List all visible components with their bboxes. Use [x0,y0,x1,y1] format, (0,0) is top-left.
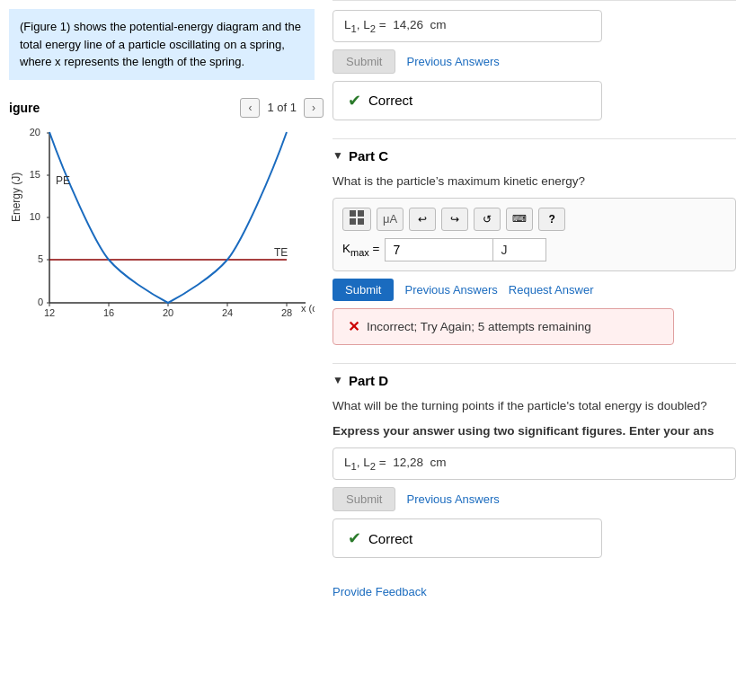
part-c-header[interactable]: ▼ Part C [333,148,736,164]
part-c-incorrect-box: ✕ Incorrect; Try Again; 5 attempts remai… [333,308,674,345]
provide-feedback-link[interactable]: Provide Feedback [333,585,427,598]
part-d-check-icon: ✔ [348,528,361,548]
part-c-title: Part C [349,148,388,164]
part-d-instruction: Express your answer using two significan… [333,422,736,440]
part-d-header[interactable]: ▼ Part D [333,373,736,388]
svg-rect-29 [350,218,356,225]
svg-text:28: 28 [281,307,292,318]
figure-header: igure ‹ 1 of 1 › [9,98,324,118]
part-c-question: What is the particle’s maximum kinetic e… [333,173,736,191]
svg-text:Energy (J): Energy (J) [10,172,22,221]
part-d-section: ▼ Part D What will be the turning points… [333,363,736,558]
svg-text:TE: TE [274,246,288,259]
chart-container: 0 5 10 15 20 Energy (J) 12 16 20 [9,123,315,339]
part-d-title: Part D [349,373,388,388]
svg-text:16: 16 [103,307,114,318]
description-text: (Figure 1) shows the potential-energy di… [20,20,301,68]
part-c-math-input[interactable] [385,238,492,261]
part-b-submit-row: Submit Previous Answers [333,49,736,74]
svg-rect-28 [358,210,364,217]
part-c-toolbar: μA ↩ ↪ ↺ ⌨ ? [342,208,726,231]
mu-toolbar-button[interactable]: μA [377,208,404,231]
incorrect-x-icon: ✕ [348,318,359,335]
svg-text:x (cm): x (cm) [301,303,315,314]
svg-text:20: 20 [163,307,173,318]
part-c-unit-input[interactable] [492,238,546,261]
svg-text:20: 20 [30,127,40,137]
svg-rect-30 [358,218,364,225]
keyboard-toolbar-button[interactable]: ⌨ [506,208,533,231]
next-figure-button[interactable]: › [304,98,324,118]
part-d-submit-row: Submit Previous Answers [333,487,736,511]
figure-title: igure [9,101,40,115]
mu-icon: μA [383,212,397,226]
keyboard-icon: ⌨ [512,213,527,225]
svg-text:15: 15 [30,169,40,180]
undo-toolbar-button[interactable]: ↩ [409,208,436,231]
reset-toolbar-button[interactable]: ↺ [474,208,501,231]
part-b-answer-display: L1, L2 = 14,26 cm [333,10,602,42]
prev-figure-button[interactable]: ‹ [240,98,260,118]
redo-icon: ↪ [450,213,459,226]
part-b-section: L1, L2 = 14,26 cm Submit Previous Answer… [333,0,736,120]
svg-text:5: 5 [38,253,43,264]
left-panel: (Figure 1) shows the potential-energy di… [0,0,333,700]
part-c-submit-button[interactable]: Submit [333,279,394,301]
description-box: (Figure 1) shows the potential-energy di… [9,9,315,80]
part-b-correct-text: Correct [368,93,412,108]
energy-chart: 0 5 10 15 20 Energy (J) 12 16 20 [9,123,315,339]
undo-icon: ↩ [418,213,427,226]
part-d-prev-answers-link[interactable]: Previous Answers [406,492,499,506]
part-d-question-text: What will be the turning points if the p… [333,399,707,412]
figure-area: igure ‹ 1 of 1 › 0 5 10 [9,98,324,339]
grid-toolbar-button[interactable] [342,208,371,231]
part-b-submit-button[interactable]: Submit [333,49,395,74]
part-d-question: What will be the turning points if the p… [333,397,736,415]
part-c-incorrect-text: Incorrect; Try Again; 5 attempts remaini… [367,320,591,333]
part-d-submit-button[interactable]: Submit [333,487,395,511]
part-c-submit-row: Submit Previous Answers Request Answer [333,279,736,301]
part-d-arrow-icon: ▼ [333,374,343,386]
svg-text:PE: PE [56,174,70,187]
part-d-instruction-text: Express your answer using two significan… [333,424,714,438]
reset-icon: ↺ [483,213,492,226]
figure-nav: ‹ 1 of 1 › [240,98,324,118]
part-c-arrow-icon: ▼ [333,149,343,162]
part-c-math-row: Kmax = [342,238,726,261]
part-d-answer-box: L1, L2 = 12,28 cm [333,447,736,480]
grid-icon [349,209,365,228]
page-indicator: 1 of 1 [263,101,300,114]
part-b-prev-answers-link[interactable]: Previous Answers [406,55,499,68]
part-b-answer-text: L1, L2 = 14,26 cm [344,18,446,31]
part-d-answer-text: L1, L2 = 12,28 cm [344,456,446,469]
svg-text:24: 24 [222,307,233,318]
redo-toolbar-button[interactable]: ↪ [441,208,468,231]
svg-text:10: 10 [30,211,40,222]
part-c-prev-answers-link[interactable]: Previous Answers [404,283,497,297]
part-d-correct-text: Correct [368,531,412,546]
right-panel: L1, L2 = 14,26 cm Submit Previous Answer… [333,0,745,700]
help-toolbar-button[interactable]: ? [538,208,565,231]
part-b-correct-box: ✔ Correct [333,81,602,120]
svg-text:12: 12 [44,307,55,318]
part-b-check-icon: ✔ [348,91,361,111]
svg-text:0: 0 [38,297,43,307]
part-c-request-answer-link[interactable]: Request Answer [509,283,594,297]
part-c-section: ▼ Part C What is the particle’s maximum … [333,138,736,345]
part-d-correct-box: ✔ Correct [333,518,602,558]
part-c-math-label: Kmax = [342,242,379,258]
help-icon: ? [549,213,555,226]
part-c-input-area: μA ↩ ↪ ↺ ⌨ ? Kmax [333,198,736,271]
svg-rect-27 [350,210,356,217]
